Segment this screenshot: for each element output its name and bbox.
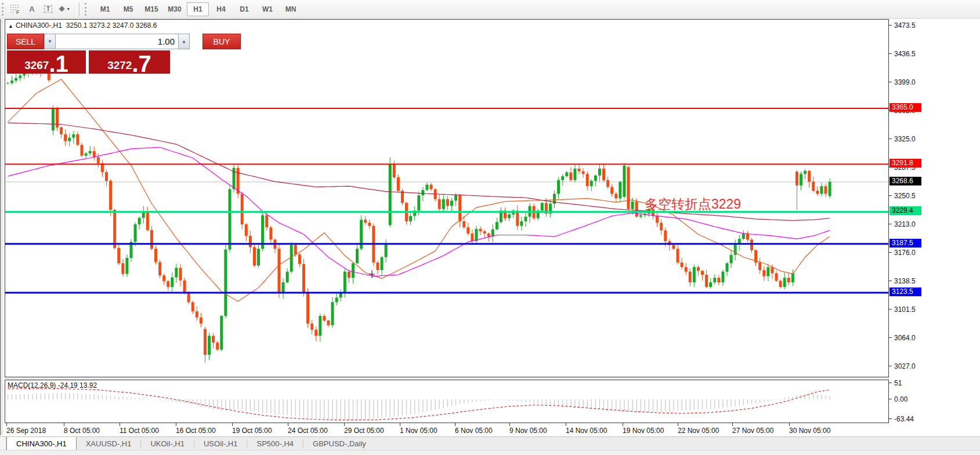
price-tick [889,53,892,54]
time-tick [455,423,455,426]
toolbar-separator [76,2,79,16]
chart-tab-sp500h4[interactable]: SP500-,H4 [247,437,303,450]
text-label-glyph: T [44,5,52,13]
one-click-trade-panel: SELL ▼ ▲ BUY 3267.1 3272.7 [7,34,170,74]
toolbar-grip[interactable] [2,3,8,16]
time-tick-label: 6 Nov 05:00 [455,427,493,435]
macd-tick-label: -63.44 [894,415,914,423]
macd-tick [889,383,892,383]
chart-tab-china300h1[interactable]: CHINA300-,H1 [6,437,77,450]
current-price-badge: 3268.6 [889,177,921,185]
price-tick [889,195,892,196]
time-tick-label: 19 Oct 05:00 [232,427,272,435]
bid-price-frac: .1 [49,54,68,74]
volume-increase-button[interactable]: ▲ [178,34,190,49]
chart-tab-bar: CHINA300-,H1XAUUSD-,H1UKOil-,H1USOil-,H1… [0,436,980,450]
timeframe-button-d1[interactable]: D1 [233,2,255,16]
macd-tick-label: 51 [894,379,902,387]
price-tick [889,252,892,253]
timeframe-button-h1[interactable]: H1 [187,2,209,16]
price-tick-label: 3362.0 [894,107,916,115]
tab-scroll-button[interactable] [0,437,6,450]
ask-price-box[interactable]: 3272.7 [89,50,170,74]
price-tick [889,25,892,26]
time-tick-label: 16 Oct 05:00 [176,427,216,435]
price-tick [889,337,892,338]
time-tick [566,423,566,426]
price-tick [889,82,892,82]
macd-histogram [8,393,830,420]
time-tick-label: 14 Nov 05:00 [566,427,607,435]
ask-price-frac: .7 [132,54,151,74]
time-tick [400,423,400,426]
price-tick-label: 3250.5 [894,192,916,200]
macd-tick-label: 0.00 [894,395,907,403]
tick-grid-icon[interactable]: F [9,2,23,16]
time-tick [64,423,64,426]
price-tick [889,139,892,139]
chart-tab-usoilh1[interactable]: USOil-,H1 [194,437,247,450]
volume-decrease-button[interactable]: ▼ [44,34,56,49]
time-tick-label: 8 Oct 05:00 [64,427,100,435]
price-tick [889,167,892,168]
window-left-edge [0,19,5,435]
text-label-icon[interactable]: T [41,2,55,16]
macd-indicator-plot[interactable]: MACD(12,26,9) -24.19 13.92 [5,380,889,423]
time-tick [732,423,733,426]
level-price-badge: 3229.4 [889,206,921,215]
timeframe-button-w1[interactable]: W1 [256,2,279,16]
macd-tick [889,399,892,399]
timeframe-button-m30[interactable]: M30 [164,2,186,16]
time-tick-label: 30 Nov 05:00 [789,427,830,435]
time-tick-label: 11 Oct 05:00 [120,427,159,435]
price-tick [889,281,892,281]
time-tick-label: 19 Nov 05:00 [623,427,664,435]
chart-tab-xauusdh1[interactable]: XAUUSD-,H1 [77,437,141,450]
sell-button[interactable]: SELL [7,34,44,49]
time-tick [288,423,288,426]
time-tick [176,423,176,426]
chart-ohlc-values: 3250.1 3273.2 3247.0 3268.6 [66,21,157,30]
tick-grid-glyph: F [10,4,21,14]
price-tick-label: 3101.5 [894,305,916,314]
volume-input[interactable] [56,34,178,49]
price-tick-label: 3287.5 [894,163,916,172]
bid-price-main: 3267 [24,60,49,74]
timeframe-button-m15[interactable]: M15 [140,2,162,16]
timeframe-button-m5[interactable]: M5 [117,2,139,16]
time-tick-label: 29 Oct 05:00 [344,427,384,435]
price-tick-label: 3138.5 [894,277,916,285]
chart-annotation: 多空转折点3229 [645,196,741,212]
price-tick-label: 3027.0 [894,362,916,370]
triangle-icon: ▲ [8,23,13,29]
shapes-icon[interactable]: ❖▼ [57,2,71,16]
time-tick [509,423,510,426]
timeframe-button-m1[interactable]: M1 [94,2,116,16]
price-tick-label: 3176.0 [894,249,916,257]
time-tick-label: 22 Nov 05:00 [678,427,719,435]
time-tick-label: 27 Nov 05:00 [732,427,773,435]
timeframe-grip[interactable] [85,3,91,16]
ma-fast-orange [8,79,830,301]
price-tick-label: 3473.5 [894,21,916,30]
chart-tab-ukoilh1[interactable]: UKOil-,H1 [141,437,194,450]
level-price-badge: 3123.5 [889,287,921,296]
timeframe-button-h4[interactable]: H4 [210,2,232,16]
bid-price-box[interactable]: 3267.1 [7,50,86,74]
chart-symbol: CHINA300-,H1 [16,21,62,30]
timeframe-button-mn[interactable]: MN [280,2,302,16]
time-tick [232,423,233,426]
time-tick [623,423,623,426]
price-tick-label: 3436.5 [894,50,916,58]
buy-button[interactable]: BUY [202,34,241,49]
time-tick-label: 1 Nov 05:00 [400,427,437,435]
price-tick [889,366,892,366]
chart-tab-gbpusddaily[interactable]: GBPUSD-,Daily [303,437,375,450]
mt4-window: F A T ❖▼ M1M5M15M30H1H4D1W1MN 多空转折点3229 … [0,0,980,455]
price-tick-label: 3399.0 [894,78,916,86]
insert-text-icon[interactable]: A [25,2,39,16]
level-price-badge: 3291.8 [889,159,921,168]
time-tick-label: 26 Sep 2018 [6,427,46,435]
level-price-badge: 3187.5 [889,239,921,247]
time-tick-label: 24 Oct 05:00 [288,427,328,435]
